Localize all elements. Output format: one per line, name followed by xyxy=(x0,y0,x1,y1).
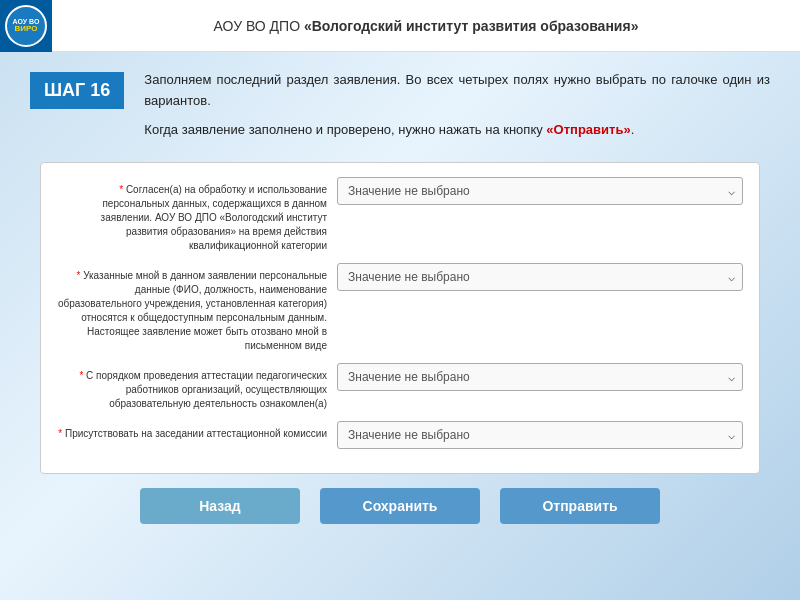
header: АОУ ВО ВИРО АОУ ВО ДПО «Вологодский инст… xyxy=(0,0,800,52)
step-paragraph2-plain: Когда заявление заполнено и проверено, н… xyxy=(144,122,546,137)
step-paragraph2: Когда заявление заполнено и проверено, н… xyxy=(144,120,770,141)
form-select-wrapper-4[interactable]: Значение не выбрано Да Нет ⌵ xyxy=(337,421,743,449)
form-label-4-text: Присутствовать на заседании аттестационн… xyxy=(65,428,327,439)
logo-text-bottom: ВИРО xyxy=(15,25,38,33)
submit-button[interactable]: Отправить xyxy=(500,488,660,524)
step-paragraph1: Заполняем последний раздел заявления. Во… xyxy=(144,70,770,112)
save-button[interactable]: Сохранить xyxy=(320,488,480,524)
step-section: ШАГ 16 Заполняем последний раздел заявле… xyxy=(30,70,770,148)
step-paragraph2-highlight: «Отправить» xyxy=(546,122,630,137)
required-star-1: * xyxy=(119,184,126,195)
form-row-1: * Согласен(а) на обработку и использован… xyxy=(57,177,743,253)
form-select-2[interactable]: Значение не выбрано Да Нет xyxy=(337,263,743,291)
form-row-3: * С порядком проведения аттестации педаг… xyxy=(57,363,743,411)
header-title-plain: АОУ ВО ДПО xyxy=(214,18,304,34)
step-badge: ШАГ 16 xyxy=(30,72,124,109)
form-select-1[interactable]: Значение не выбрано Да Нет xyxy=(337,177,743,205)
required-star-4: * xyxy=(58,428,65,439)
form-label-1: * Согласен(а) на обработку и использован… xyxy=(57,177,337,253)
form-label-2: * Указанные мной в данном заявлении перс… xyxy=(57,263,337,353)
form-panel: * Согласен(а) на обработку и использован… xyxy=(40,162,760,474)
step-paragraph2-end: . xyxy=(631,122,635,137)
header-title: АОУ ВО ДПО «Вологодский институт развити… xyxy=(52,18,800,34)
form-label-3-text: С порядком проведения аттестации педагог… xyxy=(86,370,327,409)
buttons-row: Назад Сохранить Отправить xyxy=(30,488,770,524)
form-label-1-text: Согласен(а) на обработку и использование… xyxy=(101,184,327,251)
form-select-wrapper-3[interactable]: Значение не выбрано Да Нет ⌵ xyxy=(337,363,743,391)
form-select-wrapper-2[interactable]: Значение не выбрано Да Нет ⌵ xyxy=(337,263,743,291)
form-select-3[interactable]: Значение не выбрано Да Нет xyxy=(337,363,743,391)
form-select-4[interactable]: Значение не выбрано Да Нет xyxy=(337,421,743,449)
logo: АОУ ВО ВИРО xyxy=(0,0,52,52)
form-label-4: * Присутствовать на заседании аттестацио… xyxy=(57,421,337,441)
form-select-wrapper-1[interactable]: Значение не выбрано Да Нет ⌵ xyxy=(337,177,743,205)
main-content: ШАГ 16 Заполняем последний раздел заявле… xyxy=(0,52,800,534)
logo-circle: АОУ ВО ВИРО xyxy=(5,5,47,47)
form-label-2-text: Указанные мной в данном заявлении персон… xyxy=(58,270,327,351)
header-title-bold: «Вологодский институт развития образован… xyxy=(304,18,639,34)
form-row-4: * Присутствовать на заседании аттестацио… xyxy=(57,421,743,449)
form-row-2: * Указанные мной в данном заявлении перс… xyxy=(57,263,743,353)
form-label-3: * С порядком проведения аттестации педаг… xyxy=(57,363,337,411)
back-button[interactable]: Назад xyxy=(140,488,300,524)
step-text: Заполняем последний раздел заявления. Во… xyxy=(144,70,770,148)
